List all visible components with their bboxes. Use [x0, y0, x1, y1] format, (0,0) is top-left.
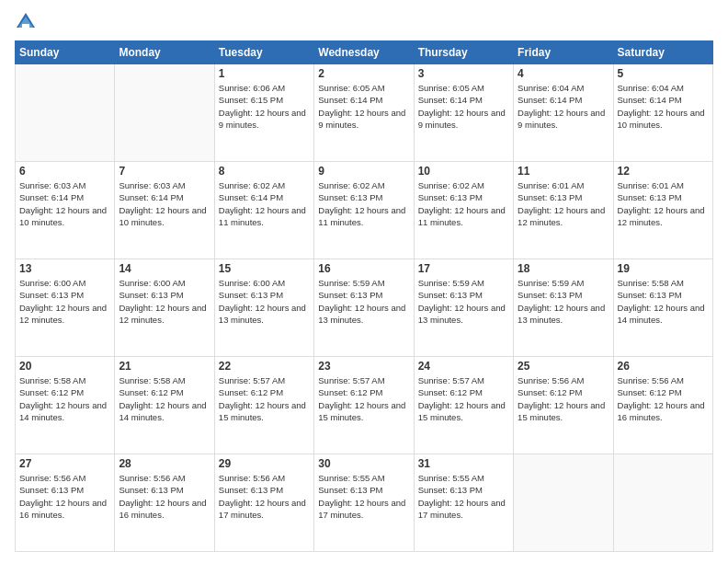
- day-info: Sunrise: 6:04 AM Sunset: 6:14 PM Dayligh…: [618, 82, 709, 131]
- day-info: Sunrise: 6:00 AM Sunset: 6:13 PM Dayligh…: [19, 277, 110, 326]
- calendar-cell: [115, 64, 214, 162]
- day-number: 31: [418, 457, 509, 470]
- calendar-cell: 25Sunrise: 5:56 AM Sunset: 6:12 PM Dayli…: [514, 357, 613, 454]
- calendar-cell: 14Sunrise: 6:00 AM Sunset: 6:13 PM Dayli…: [115, 259, 214, 357]
- day-info: Sunrise: 5:59 AM Sunset: 6:13 PM Dayligh…: [418, 277, 509, 326]
- day-number: 16: [318, 262, 409, 275]
- calendar-cell: 15Sunrise: 6:00 AM Sunset: 6:13 PM Dayli…: [214, 259, 313, 357]
- week-row-3: 13Sunrise: 6:00 AM Sunset: 6:13 PM Dayli…: [16, 259, 713, 357]
- day-info: Sunrise: 5:56 AM Sunset: 6:13 PM Dayligh…: [219, 472, 310, 521]
- day-number: 30: [318, 457, 409, 470]
- day-info: Sunrise: 5:58 AM Sunset: 6:12 PM Dayligh…: [119, 374, 210, 423]
- weekday-header-wednesday: Wednesday: [314, 41, 414, 64]
- calendar-cell: 27Sunrise: 5:56 AM Sunset: 6:13 PM Dayli…: [16, 454, 115, 552]
- calendar-body: 1Sunrise: 6:06 AM Sunset: 6:15 PM Daylig…: [16, 64, 713, 552]
- day-number: 4: [518, 67, 609, 80]
- day-number: 22: [219, 360, 310, 373]
- day-number: 12: [618, 165, 709, 178]
- calendar: SundayMondayTuesdayWednesdayThursdayFrid…: [15, 40, 713, 552]
- calendar-cell: 30Sunrise: 5:55 AM Sunset: 6:13 PM Dayli…: [314, 454, 414, 552]
- day-info: Sunrise: 5:57 AM Sunset: 6:12 PM Dayligh…: [219, 374, 310, 423]
- day-info: Sunrise: 6:01 AM Sunset: 6:13 PM Dayligh…: [618, 179, 709, 228]
- day-number: 17: [418, 262, 509, 275]
- calendar-cell: 2Sunrise: 6:05 AM Sunset: 6:14 PM Daylig…: [314, 64, 414, 162]
- week-row-5: 27Sunrise: 5:56 AM Sunset: 6:13 PM Dayli…: [16, 454, 713, 552]
- day-info: Sunrise: 6:04 AM Sunset: 6:14 PM Dayligh…: [518, 82, 609, 131]
- weekday-header-saturday: Saturday: [613, 41, 712, 64]
- day-info: Sunrise: 6:06 AM Sunset: 6:15 PM Dayligh…: [219, 82, 310, 131]
- day-info: Sunrise: 6:03 AM Sunset: 6:14 PM Dayligh…: [19, 179, 110, 228]
- day-info: Sunrise: 6:02 AM Sunset: 6:13 PM Dayligh…: [418, 179, 509, 228]
- calendar-cell: 21Sunrise: 5:58 AM Sunset: 6:12 PM Dayli…: [115, 357, 214, 454]
- weekday-row: SundayMondayTuesdayWednesdayThursdayFrid…: [16, 41, 713, 64]
- weekday-header-tuesday: Tuesday: [214, 41, 313, 64]
- day-number: 27: [19, 457, 110, 470]
- calendar-header: SundayMondayTuesdayWednesdayThursdayFrid…: [16, 41, 713, 64]
- week-row-1: 1Sunrise: 6:06 AM Sunset: 6:15 PM Daylig…: [16, 64, 713, 162]
- day-number: 6: [19, 165, 110, 178]
- day-number: 25: [518, 360, 609, 373]
- day-number: 26: [618, 360, 709, 373]
- calendar-cell: 12Sunrise: 6:01 AM Sunset: 6:13 PM Dayli…: [613, 162, 712, 259]
- day-number: 7: [119, 165, 210, 178]
- day-number: 23: [318, 360, 409, 373]
- calendar-cell: 26Sunrise: 5:56 AM Sunset: 6:12 PM Dayli…: [613, 357, 712, 454]
- day-info: Sunrise: 5:58 AM Sunset: 6:12 PM Dayligh…: [19, 374, 110, 423]
- calendar-cell: 5Sunrise: 6:04 AM Sunset: 6:14 PM Daylig…: [613, 64, 712, 162]
- week-row-4: 20Sunrise: 5:58 AM Sunset: 6:12 PM Dayli…: [16, 357, 713, 454]
- day-number: 19: [618, 262, 709, 275]
- weekday-header-sunday: Sunday: [16, 41, 115, 64]
- day-info: Sunrise: 6:01 AM Sunset: 6:13 PM Dayligh…: [518, 179, 609, 228]
- day-number: 15: [219, 262, 310, 275]
- calendar-cell: 22Sunrise: 5:57 AM Sunset: 6:12 PM Dayli…: [214, 357, 313, 454]
- day-number: 3: [418, 67, 509, 80]
- calendar-cell: 4Sunrise: 6:04 AM Sunset: 6:14 PM Daylig…: [514, 64, 613, 162]
- calendar-cell: 11Sunrise: 6:01 AM Sunset: 6:13 PM Dayli…: [514, 162, 613, 259]
- day-info: Sunrise: 5:55 AM Sunset: 6:13 PM Dayligh…: [318, 472, 409, 521]
- calendar-cell: 6Sunrise: 6:03 AM Sunset: 6:14 PM Daylig…: [16, 162, 115, 259]
- calendar-cell: 10Sunrise: 6:02 AM Sunset: 6:13 PM Dayli…: [414, 162, 513, 259]
- logo-icon: [15, 11, 37, 33]
- day-number: 5: [618, 67, 709, 80]
- weekday-header-monday: Monday: [115, 41, 214, 64]
- calendar-cell: 3Sunrise: 6:05 AM Sunset: 6:14 PM Daylig…: [414, 64, 513, 162]
- calendar-cell: 1Sunrise: 6:06 AM Sunset: 6:15 PM Daylig…: [214, 64, 313, 162]
- calendar-cell: [514, 454, 613, 552]
- week-row-2: 6Sunrise: 6:03 AM Sunset: 6:14 PM Daylig…: [16, 162, 713, 259]
- calendar-cell: 19Sunrise: 5:58 AM Sunset: 6:13 PM Dayli…: [613, 259, 712, 357]
- logo: [15, 11, 40, 33]
- calendar-cell: 8Sunrise: 6:02 AM Sunset: 6:14 PM Daylig…: [214, 162, 313, 259]
- day-number: 18: [518, 262, 609, 275]
- day-number: 8: [219, 165, 310, 178]
- day-info: Sunrise: 5:57 AM Sunset: 6:12 PM Dayligh…: [418, 374, 509, 423]
- weekday-header-friday: Friday: [514, 41, 613, 64]
- day-info: Sunrise: 6:03 AM Sunset: 6:14 PM Dayligh…: [119, 179, 210, 228]
- day-info: Sunrise: 6:05 AM Sunset: 6:14 PM Dayligh…: [418, 82, 509, 131]
- day-info: Sunrise: 5:59 AM Sunset: 6:13 PM Dayligh…: [518, 277, 609, 326]
- day-info: Sunrise: 5:56 AM Sunset: 6:13 PM Dayligh…: [19, 472, 110, 521]
- calendar-cell: 23Sunrise: 5:57 AM Sunset: 6:12 PM Dayli…: [314, 357, 414, 454]
- day-info: Sunrise: 5:57 AM Sunset: 6:12 PM Dayligh…: [318, 374, 409, 423]
- day-number: 24: [418, 360, 509, 373]
- page-header: [15, 11, 713, 33]
- day-number: 11: [518, 165, 609, 178]
- day-number: 1: [219, 67, 310, 80]
- calendar-cell: 20Sunrise: 5:58 AM Sunset: 6:12 PM Dayli…: [16, 357, 115, 454]
- day-info: Sunrise: 6:00 AM Sunset: 6:13 PM Dayligh…: [119, 277, 210, 326]
- day-info: Sunrise: 5:58 AM Sunset: 6:13 PM Dayligh…: [618, 277, 709, 326]
- calendar-cell: [613, 454, 712, 552]
- day-number: 9: [318, 165, 409, 178]
- calendar-cell: 16Sunrise: 5:59 AM Sunset: 6:13 PM Dayli…: [314, 259, 414, 357]
- calendar-cell: 7Sunrise: 6:03 AM Sunset: 6:14 PM Daylig…: [115, 162, 214, 259]
- day-info: Sunrise: 5:59 AM Sunset: 6:13 PM Dayligh…: [318, 277, 409, 326]
- day-info: Sunrise: 5:56 AM Sunset: 6:12 PM Dayligh…: [618, 374, 709, 423]
- day-info: Sunrise: 6:02 AM Sunset: 6:14 PM Dayligh…: [219, 179, 310, 228]
- calendar-cell: 17Sunrise: 5:59 AM Sunset: 6:13 PM Dayli…: [414, 259, 513, 357]
- day-number: 14: [119, 262, 210, 275]
- calendar-cell: 31Sunrise: 5:55 AM Sunset: 6:13 PM Dayli…: [414, 454, 513, 552]
- day-info: Sunrise: 5:56 AM Sunset: 6:12 PM Dayligh…: [518, 374, 609, 423]
- day-number: 21: [119, 360, 210, 373]
- calendar-cell: [16, 64, 115, 162]
- calendar-cell: 24Sunrise: 5:57 AM Sunset: 6:12 PM Dayli…: [414, 357, 513, 454]
- calendar-cell: 18Sunrise: 5:59 AM Sunset: 6:13 PM Dayli…: [514, 259, 613, 357]
